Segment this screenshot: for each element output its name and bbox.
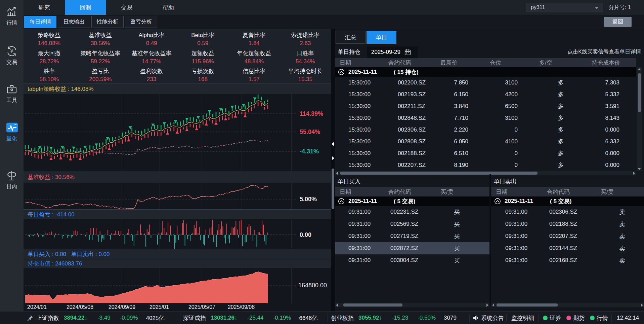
table-cell: 002193.SZ — [384, 91, 436, 98]
system-announcement[interactable]: 系统公告 — [481, 312, 504, 324]
back-button[interactable]: 返回 — [604, 17, 632, 27]
buy-header: 日期合约代码买/卖 — [335, 187, 489, 196]
table-row[interactable]: 15:30:00002306.SZ2.2200多0.000 — [335, 124, 636, 136]
table-row[interactable]: 09:31:00003004.SZ买 — [335, 254, 489, 266]
sub-tab-1[interactable]: 每日详情 — [24, 16, 56, 28]
nav-tab-1[interactable]: 研究 — [24, 0, 65, 15]
collapse-left-icon[interactable] — [332, 142, 334, 146]
table-cell: 多 — [531, 114, 580, 122]
table-row[interactable]: 15:30:00002200.SZ7.8503100多7.303 — [335, 77, 636, 88]
scroll-up-icon[interactable] — [638, 68, 641, 70]
python-env-select[interactable]: py311 — [526, 3, 603, 12]
table-row[interactable]: 09:31:00002231.SZ买 — [335, 206, 489, 218]
sidebar-item-quant-wave[interactable]: 量化 — [0, 122, 24, 142]
detail-panel: 汇总单日 单日持仓 2025-09-29 点击K线买卖信号查看单日详情 日期合约… — [335, 29, 644, 311]
buy-horizontal-scrollbar[interactable] — [335, 303, 489, 307]
speaker-icon[interactable] — [472, 314, 480, 323]
holdings-vertical-scrollbar[interactable] — [637, 67, 642, 171]
svg-text:5.00%: 5.00% — [300, 196, 317, 203]
table-row[interactable]: 09:31:00002168.SZ卖 — [491, 254, 644, 266]
table-cell: 003004.SZ — [384, 257, 436, 264]
scrollbar-thumb[interactable] — [497, 303, 558, 307]
sell-horizontal-scrollbar[interactable] — [491, 303, 644, 307]
sidebar-item-toolbox[interactable]: 工具 — [0, 83, 24, 104]
table-cell: 0 — [481, 127, 531, 133]
table-row[interactable]: 15:30:00002193.SZ6.1504200多5.332 — [335, 88, 636, 100]
table-row[interactable]: 15:30:00002211.SZ3.8406500多3.591 — [335, 100, 636, 112]
column-header: 日期 — [491, 188, 540, 196]
nav-tab-2[interactable]: 回测 — [65, 0, 106, 15]
nav-tab-4[interactable]: 帮助 — [147, 0, 189, 15]
scroll-down-icon[interactable] — [638, 168, 641, 170]
metric-cell: 策略年化收益率59.22% — [75, 47, 126, 65]
sell-group-row[interactable]: 2025-11-11( 5 交易) — [491, 196, 644, 206]
sub-tab-4[interactable]: 盈亏分析 — [125, 16, 157, 28]
detail-tab-1[interactable]: 汇总 — [336, 31, 366, 44]
buy-group-row[interactable]: 2025-11-11( 5 交易) — [335, 196, 489, 206]
group-count: ( 15 持仓) — [394, 68, 419, 76]
table-row[interactable]: 09:31:00002872.SZ买 — [335, 242, 489, 254]
table-cell: 2.220 — [436, 127, 481, 133]
metric-label: 策略年化收益率 — [75, 49, 126, 57]
table-row[interactable]: 09:31:00002144.SZ卖 — [491, 242, 644, 254]
metric-cell: 索提诺比率2.63 — [280, 29, 331, 47]
sidebar-item-market-chart[interactable]: 行情 — [0, 6, 24, 27]
table-cell: 15:30:00 — [335, 115, 384, 121]
market-value-chart[interactable]: 164800.00 — [24, 268, 331, 304]
sidebar-item-trade-yen[interactable]: ¥交易 — [0, 45, 24, 66]
detail-tab-2[interactable]: 单日 — [367, 31, 396, 44]
table-cell: 卖 — [592, 232, 642, 240]
holdings-horizontal-scrollbar[interactable] — [335, 171, 636, 175]
chevron-up-circle-icon[interactable] — [338, 68, 345, 76]
monitor-detail[interactable]: 监控明细 — [511, 312, 534, 324]
holdings-header: 日期合约代码最新价仓位多/空持仓成本价 — [335, 58, 636, 67]
table-row[interactable]: 09:31:00002306.SZ卖 — [491, 206, 644, 218]
equity-chart-title: tabpfn策略收益 : 146.08% — [24, 83, 331, 94]
table-cell: 卖 — [592, 220, 642, 228]
sidebar-item-intraday[interactable]: 日内 — [0, 170, 24, 190]
scroll-right-icon[interactable] — [633, 172, 635, 175]
table-cell: 3100 — [481, 115, 531, 121]
benchmark-chart[interactable]: 5.00% — [24, 183, 331, 209]
equity-chart[interactable]: 114.39%55.04%-4.31% — [24, 94, 331, 171]
table-cell: 002719.SZ — [384, 233, 436, 240]
table-row[interactable]: 09:31:00002188.SZ卖 — [491, 218, 644, 230]
table-row[interactable]: 09:31:00002719.SZ买 — [335, 230, 489, 242]
svg-text:¥: ¥ — [10, 48, 13, 54]
chevron-up-circle-icon[interactable] — [338, 197, 345, 205]
scroll-right-icon[interactable] — [641, 303, 643, 307]
panel-splitter[interactable] — [331, 29, 335, 311]
column-header: 买/卖 — [592, 188, 642, 196]
sell-amount-label: 单日卖出 : 0.00 — [71, 250, 110, 258]
collapse-right-icon[interactable] — [332, 156, 334, 160]
holdings-group-row[interactable]: 2025-11-11( 15 持仓) — [335, 67, 636, 77]
table-row[interactable]: 15:30:00002207.SZ8.1900多0.000 — [335, 159, 636, 171]
table-row[interactable]: 15:30:00002808.SZ6.0504100多6.332 — [335, 136, 636, 147]
scrollbar-thumb[interactable] — [343, 303, 402, 307]
nav-tab-3[interactable]: 交易 — [106, 0, 147, 15]
table-cell: 多 — [531, 126, 580, 134]
scroll-left-icon[interactable] — [492, 303, 494, 307]
scroll-left-icon[interactable] — [336, 172, 338, 175]
scrollbar-thumb[interactable] — [340, 172, 538, 175]
column-header: 日期 — [335, 59, 384, 67]
scroll-left-icon[interactable] — [336, 303, 338, 307]
table-row[interactable]: 15:30:00002188.SZ6.5100多0.000 — [335, 147, 636, 159]
scrollbar-thumb[interactable] — [638, 73, 641, 112]
group-count: ( 5 交易) — [550, 197, 571, 205]
date-picker[interactable]: 2025-09-29 — [367, 46, 418, 58]
sub-tab-3[interactable]: 性能分析 — [91, 16, 124, 28]
pushpin-icon[interactable] — [26, 314, 34, 323]
feed-status: 证券期货行情 — [543, 312, 613, 324]
scroll-right-icon[interactable] — [486, 303, 488, 307]
index-quote: 创业板指3055.92↓-15.23-0.50%3079 — [331, 312, 457, 324]
sub-tab-2[interactable]: 日志输出 — [58, 16, 90, 28]
chevron-up-circle-icon[interactable] — [494, 197, 501, 205]
table-cell: 卖 — [592, 245, 642, 252]
pnl-chart[interactable]: 0.00 — [24, 219, 331, 249]
splitter-thumb[interactable] — [332, 169, 334, 209]
table-row[interactable]: 09:31:00002207.SZ卖 — [491, 230, 644, 242]
index-name: 上证指数 — [36, 314, 59, 322]
table-row[interactable]: 09:31:00002569.SZ买 — [335, 218, 489, 230]
table-row[interactable]: 15:30:00002848.SZ7.7103100多8.143 — [335, 112, 636, 124]
